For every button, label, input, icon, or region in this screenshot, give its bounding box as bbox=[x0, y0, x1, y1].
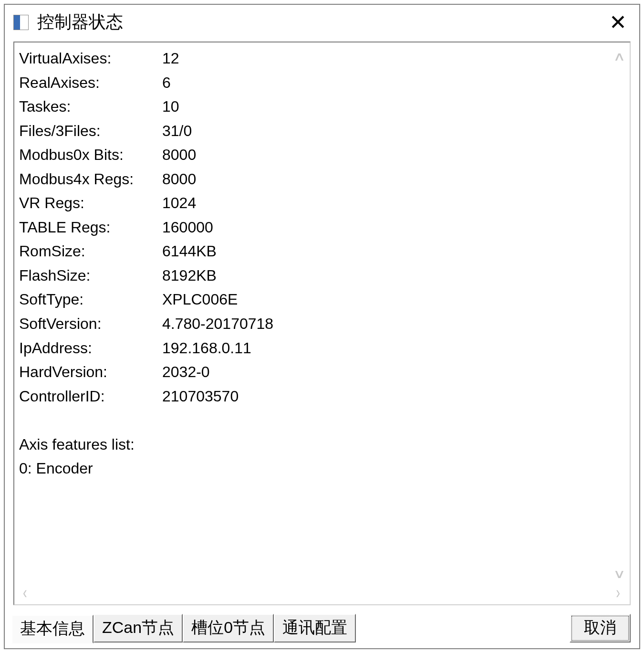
info-value: 192.168.0.11 bbox=[162, 336, 251, 360]
info-row: VR Regs:1024 bbox=[19, 191, 610, 215]
dialog-title: 控制器状态 bbox=[37, 11, 600, 34]
scroll-left-icon[interactable]: ‹ bbox=[21, 582, 29, 603]
info-row: SoftType:XPLC006E bbox=[19, 287, 610, 312]
info-row: Taskes:10 bbox=[19, 95, 610, 119]
app-icon bbox=[13, 15, 29, 30]
info-value: 210703570 bbox=[162, 384, 239, 409]
info-row: ControllerID:210703570 bbox=[19, 384, 610, 409]
title-bar: 控制器状态 ✕ bbox=[5, 5, 639, 38]
status-text-content: VirtualAxises:12RealAxises:6Taskes:10Fil… bbox=[19, 46, 624, 583]
info-row: IpAddress:192.168.0.11 bbox=[19, 336, 610, 360]
info-row: VirtualAxises:12 bbox=[19, 46, 610, 71]
info-value: 10 bbox=[162, 95, 179, 119]
status-text-area[interactable]: VirtualAxises:12RealAxises:6Taskes:10Fil… bbox=[13, 42, 631, 605]
info-row: Files/3Files:31/0 bbox=[19, 119, 610, 143]
info-label: RomSize: bbox=[19, 239, 162, 263]
info-label: FlashSize: bbox=[19, 263, 162, 288]
close-icon[interactable]: ✕ bbox=[605, 12, 631, 33]
info-row: RealAxises:6 bbox=[19, 71, 610, 95]
tabs-container: 基本信息ZCan节点槽位0节点通讯配置 bbox=[11, 614, 356, 642]
info-value: 8000 bbox=[162, 143, 196, 167]
axis-features-header: Axis features list: bbox=[19, 432, 610, 457]
tab-3[interactable]: 通讯配置 bbox=[274, 614, 356, 642]
info-label: Modbus0x Bits: bbox=[19, 143, 162, 167]
scroll-down-icon[interactable]: ∨ bbox=[613, 567, 626, 581]
horizontal-scrollbar: ‹ › bbox=[19, 583, 624, 602]
cancel-button[interactable]: 取消 bbox=[570, 614, 631, 642]
info-value: 31/0 bbox=[162, 119, 192, 143]
info-value: 8000 bbox=[162, 167, 196, 191]
tab-1[interactable]: ZCan节点 bbox=[93, 614, 183, 642]
info-value: 4.780-20170718 bbox=[162, 312, 273, 336]
info-row: SoftVersion:4.780-20170718 bbox=[19, 312, 610, 336]
info-label: Files/3Files: bbox=[19, 119, 162, 143]
info-label: VR Regs: bbox=[19, 191, 162, 215]
info-label: Modbus4x Regs: bbox=[19, 167, 162, 191]
info-value: 2032-0 bbox=[162, 360, 210, 384]
info-label: IpAddress: bbox=[19, 336, 162, 360]
button-bar: 基本信息ZCan节点槽位0节点通讯配置 取消 bbox=[5, 610, 639, 648]
info-label: TABLE Regs: bbox=[19, 215, 162, 240]
tab-2[interactable]: 槽位0节点 bbox=[183, 614, 274, 642]
scroll-up-icon[interactable]: ∧ bbox=[613, 49, 626, 64]
info-row: FlashSize:8192KB bbox=[19, 263, 610, 288]
info-label: HardVersion: bbox=[19, 360, 162, 384]
info-row: RomSize:6144KB bbox=[19, 239, 610, 263]
info-value: XPLC006E bbox=[162, 287, 238, 312]
info-value: 160000 bbox=[162, 215, 213, 240]
axis-feature-entry: 0: Encoder bbox=[19, 456, 610, 481]
info-label: SoftType: bbox=[19, 287, 162, 312]
blank-line bbox=[19, 408, 610, 432]
info-value: 6 bbox=[162, 71, 171, 95]
info-value: 12 bbox=[162, 46, 179, 71]
info-value: 6144KB bbox=[162, 239, 217, 263]
info-label: VirtualAxises: bbox=[19, 46, 162, 71]
scroll-right-icon[interactable]: › bbox=[614, 582, 622, 603]
info-label: Taskes: bbox=[19, 95, 162, 119]
info-row: TABLE Regs:160000 bbox=[19, 215, 610, 240]
info-row: HardVersion:2032-0 bbox=[19, 360, 610, 384]
info-value: 1024 bbox=[162, 191, 196, 215]
info-label: RealAxises: bbox=[19, 71, 162, 95]
info-row: Modbus0x Bits:8000 bbox=[19, 143, 610, 167]
info-label: ControllerID: bbox=[19, 384, 162, 409]
info-value: 8192KB bbox=[162, 263, 217, 288]
tab-0[interactable]: 基本信息 bbox=[11, 615, 93, 643]
info-row: Modbus4x Regs:8000 bbox=[19, 167, 610, 191]
info-label: SoftVersion: bbox=[19, 312, 162, 336]
content-wrap: VirtualAxises:12RealAxises:6Taskes:10Fil… bbox=[5, 38, 639, 610]
dialog-window: 控制器状态 ✕ VirtualAxises:12RealAxises:6Task… bbox=[4, 4, 640, 649]
